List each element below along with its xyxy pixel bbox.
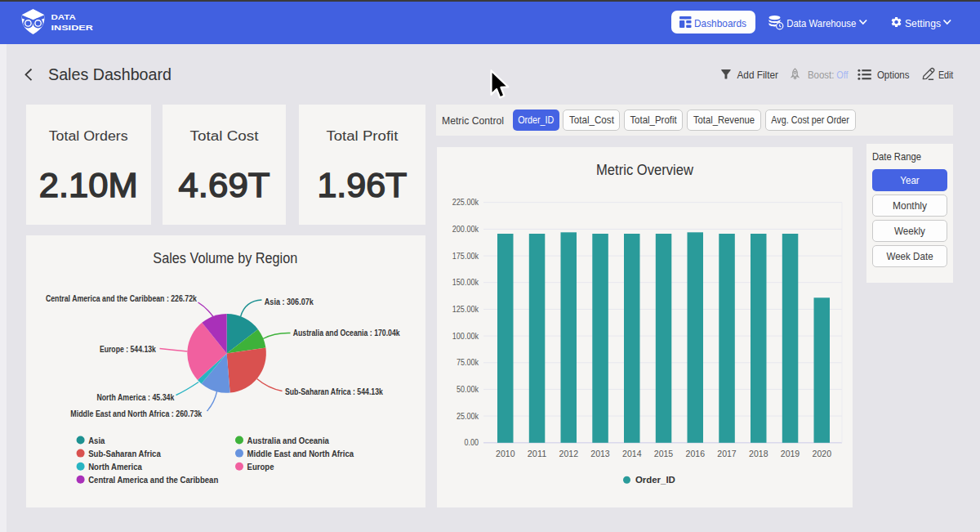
svg-text:Sales Dashboard: Sales Dashboard (48, 65, 172, 83)
svg-text:Avg. Cost per Order: Avg. Cost per Order (771, 114, 849, 126)
svg-text:Boost:: Boost: (808, 69, 835, 81)
svg-text:2018: 2018 (749, 449, 768, 458)
svg-text:Date Range: Date Range (872, 150, 921, 163)
svg-text:DATA: DATA (51, 12, 76, 21)
svg-text:Order_ID: Order_ID (518, 114, 554, 126)
svg-text:Settings: Settings (905, 17, 941, 29)
svg-text:Options: Options (877, 69, 910, 81)
svg-text:50.00k: 50.00k (457, 384, 479, 394)
svg-text:Metric Control: Metric Control (442, 114, 504, 127)
svg-text:Sub-Saharan Africa: Sub-Saharan Africa (88, 448, 161, 458)
svg-text:2015: 2015 (654, 449, 674, 458)
svg-text:Europe : 544.13k: Europe : 544.13k (100, 343, 156, 354)
svg-text:Dashboards: Dashboards (694, 17, 746, 29)
svg-text:100.00k: 100.00k (452, 331, 479, 341)
svg-text:Sub-Saharan Africa : 544.13k: Sub-Saharan Africa : 544.13k (285, 386, 383, 396)
svg-text:75.00k: 75.00k (457, 357, 479, 367)
svg-text:Asia : 306.07k: Asia : 306.07k (265, 296, 314, 306)
svg-text:Australia and Oceania : 170.04: Australia and Oceania : 170.04k (293, 327, 400, 338)
svg-text:Edit: Edit (938, 69, 954, 81)
svg-text:2013: 2013 (590, 449, 610, 458)
svg-text:2014: 2014 (622, 449, 642, 458)
svg-text:Middle East and North Africa: Middle East and North Africa (247, 448, 354, 458)
svg-text:Central America and the Caribb: Central America and the Caribbean (88, 474, 218, 485)
svg-text:Total Profit: Total Profit (326, 129, 399, 143)
svg-text:Total_Cost: Total_Cost (569, 114, 614, 126)
svg-text:2012: 2012 (559, 449, 579, 458)
svg-text:Data Warehouse: Data Warehouse (786, 17, 856, 29)
svg-text:Week Date: Week Date (886, 250, 933, 262)
svg-text:2011: 2011 (528, 449, 547, 458)
svg-text:Total_Profit: Total_Profit (630, 114, 677, 126)
svg-text:Metric Overview: Metric Overview (596, 162, 693, 178)
svg-text:2017: 2017 (717, 449, 737, 458)
svg-text:1.96T: 1.96T (317, 166, 407, 204)
svg-text:North America: North America (88, 461, 142, 472)
svg-text:125.00k: 125.00k (452, 304, 479, 314)
svg-text:Off: Off (836, 69, 848, 81)
svg-text:Australia and Oceania: Australia and Oceania (247, 435, 330, 445)
svg-text:Monthly: Monthly (893, 199, 927, 212)
svg-text:Order_ID: Order_ID (635, 474, 675, 485)
svg-text:Total Cost: Total Cost (190, 129, 260, 143)
svg-text:Total_Revenue: Total_Revenue (693, 114, 755, 126)
svg-text:25.00k: 25.00k (457, 411, 479, 421)
svg-text:Asia: Asia (88, 435, 105, 445)
svg-text:2019: 2019 (781, 449, 800, 458)
svg-text:INSIDER: INSIDER (51, 23, 94, 32)
svg-text:Total Orders: Total Orders (49, 129, 128, 143)
svg-text:Year: Year (900, 174, 920, 186)
svg-text:175.00k: 175.00k (452, 251, 479, 261)
svg-text:2.10M: 2.10M (39, 166, 138, 204)
svg-text:0.00: 0.00 (465, 437, 479, 447)
svg-text:4.69T: 4.69T (179, 166, 270, 204)
svg-text:Europe: Europe (247, 461, 274, 472)
svg-text:Weekly: Weekly (894, 225, 925, 237)
svg-text:North America : 45.34k: North America : 45.34k (96, 391, 174, 402)
svg-text:200.00k: 200.00k (452, 224, 479, 234)
svg-text:Central America and the Caribb: Central America and the Caribbean : 226.… (46, 293, 197, 303)
svg-text:2016: 2016 (686, 449, 706, 458)
svg-text:Add Filter: Add Filter (737, 69, 779, 81)
svg-text:150.00k: 150.00k (452, 277, 479, 287)
svg-text:Middle East and North Africa :: Middle East and North Africa : 260.73k (70, 408, 202, 418)
svg-text:225.00k: 225.00k (452, 197, 479, 207)
svg-text:2020: 2020 (813, 449, 832, 458)
svg-text:Sales Volume by Region: Sales Volume by Region (153, 250, 297, 266)
svg-text:2010: 2010 (496, 449, 515, 458)
